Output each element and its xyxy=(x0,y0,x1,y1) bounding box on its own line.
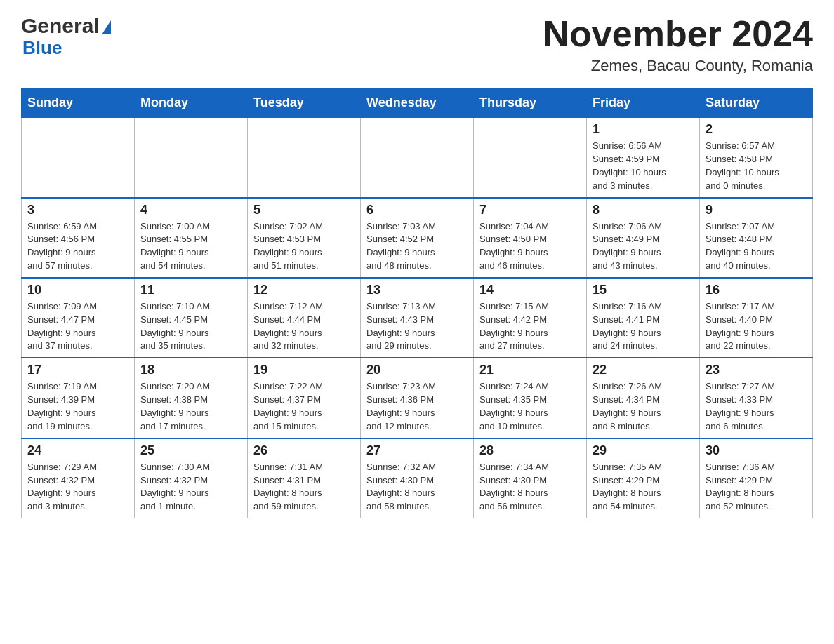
calendar-cell xyxy=(474,118,587,198)
day-number: 1 xyxy=(593,122,694,137)
calendar-cell: 20Sunrise: 7:23 AM Sunset: 4:36 PM Dayli… xyxy=(361,358,474,438)
calendar-cell: 26Sunrise: 7:31 AM Sunset: 4:31 PM Dayli… xyxy=(248,438,361,518)
day-number: 8 xyxy=(593,203,694,217)
day-number: 7 xyxy=(479,203,581,217)
day-info: Sunrise: 7:04 AM Sunset: 4:50 PM Dayligh… xyxy=(479,220,581,273)
calendar-cell: 15Sunrise: 7:16 AM Sunset: 4:41 PM Dayli… xyxy=(587,278,700,358)
calendar-table: SundayMondayTuesdayWednesdayThursdayFrid… xyxy=(21,88,813,518)
month-title: November 2024 xyxy=(543,14,813,54)
day-info: Sunrise: 7:00 AM Sunset: 4:55 PM Dayligh… xyxy=(140,220,241,273)
day-info: Sunrise: 7:27 AM Sunset: 4:33 PM Dayligh… xyxy=(706,380,807,433)
calendar-cell: 17Sunrise: 7:19 AM Sunset: 4:39 PM Dayli… xyxy=(22,358,135,438)
calendar-cell xyxy=(248,118,361,198)
day-number: 5 xyxy=(253,203,355,217)
day-number: 21 xyxy=(479,363,581,377)
day-info: Sunrise: 7:36 AM Sunset: 4:29 PM Dayligh… xyxy=(706,461,807,514)
calendar-cell: 24Sunrise: 7:29 AM Sunset: 4:32 PM Dayli… xyxy=(22,438,135,518)
calendar-cell: 28Sunrise: 7:34 AM Sunset: 4:30 PM Dayli… xyxy=(474,438,587,518)
calendar-header-wednesday: Wednesday xyxy=(361,88,474,118)
day-number: 23 xyxy=(706,363,807,377)
day-number: 24 xyxy=(27,443,128,458)
calendar-cell: 5Sunrise: 7:02 AM Sunset: 4:53 PM Daylig… xyxy=(248,198,361,278)
calendar-cell: 10Sunrise: 7:09 AM Sunset: 4:47 PM Dayli… xyxy=(22,278,135,358)
day-number: 11 xyxy=(140,283,241,297)
day-number: 29 xyxy=(593,443,694,458)
day-info: Sunrise: 7:26 AM Sunset: 4:34 PM Dayligh… xyxy=(593,380,694,433)
calendar-cell: 3Sunrise: 6:59 AM Sunset: 4:56 PM Daylig… xyxy=(22,198,135,278)
day-number: 3 xyxy=(27,203,128,217)
calendar-cell: 13Sunrise: 7:13 AM Sunset: 4:43 PM Dayli… xyxy=(361,278,474,358)
calendar-cell: 4Sunrise: 7:00 AM Sunset: 4:55 PM Daylig… xyxy=(135,198,248,278)
day-number: 30 xyxy=(706,443,807,458)
day-info: Sunrise: 7:13 AM Sunset: 4:43 PM Dayligh… xyxy=(366,300,468,353)
calendar-header-sunday: Sunday xyxy=(22,88,135,118)
day-info: Sunrise: 7:19 AM Sunset: 4:39 PM Dayligh… xyxy=(27,380,128,433)
calendar-cell: 22Sunrise: 7:26 AM Sunset: 4:34 PM Dayli… xyxy=(587,358,700,438)
calendar-header-row: SundayMondayTuesdayWednesdayThursdayFrid… xyxy=(22,88,813,118)
logo-blue: Blue xyxy=(22,38,62,58)
calendar-header-saturday: Saturday xyxy=(700,88,813,118)
day-number: 27 xyxy=(366,443,468,458)
day-info: Sunrise: 7:24 AM Sunset: 4:35 PM Dayligh… xyxy=(479,380,581,433)
day-number: 16 xyxy=(706,283,807,297)
location-title: Zemes, Bacau County, Romania xyxy=(543,57,813,75)
day-info: Sunrise: 7:06 AM Sunset: 4:49 PM Dayligh… xyxy=(593,220,694,273)
calendar-cell: 18Sunrise: 7:20 AM Sunset: 4:38 PM Dayli… xyxy=(135,358,248,438)
day-number: 6 xyxy=(366,203,468,217)
day-info: Sunrise: 7:03 AM Sunset: 4:52 PM Dayligh… xyxy=(366,220,468,273)
calendar-cell: 11Sunrise: 7:10 AM Sunset: 4:45 PM Dayli… xyxy=(135,278,248,358)
calendar-cell xyxy=(135,118,248,198)
day-info: Sunrise: 7:17 AM Sunset: 4:40 PM Dayligh… xyxy=(706,300,807,353)
calendar-header-monday: Monday xyxy=(135,88,248,118)
calendar-cell: 12Sunrise: 7:12 AM Sunset: 4:44 PM Dayli… xyxy=(248,278,361,358)
day-number: 20 xyxy=(366,363,468,377)
day-number: 14 xyxy=(479,283,581,297)
day-info: Sunrise: 7:22 AM Sunset: 4:37 PM Dayligh… xyxy=(253,380,355,433)
day-number: 12 xyxy=(253,283,355,297)
day-info: Sunrise: 7:09 AM Sunset: 4:47 PM Dayligh… xyxy=(27,300,128,353)
day-info: Sunrise: 7:10 AM Sunset: 4:45 PM Dayligh… xyxy=(140,300,241,353)
calendar-cell: 7Sunrise: 7:04 AM Sunset: 4:50 PM Daylig… xyxy=(474,198,587,278)
calendar-cell: 19Sunrise: 7:22 AM Sunset: 4:37 PM Dayli… xyxy=(248,358,361,438)
day-info: Sunrise: 6:59 AM Sunset: 4:56 PM Dayligh… xyxy=(27,220,128,273)
calendar-week-row: 17Sunrise: 7:19 AM Sunset: 4:39 PM Dayli… xyxy=(22,358,813,438)
title-area: November 2024 Zemes, Bacau County, Roman… xyxy=(543,14,813,75)
calendar-week-row: 24Sunrise: 7:29 AM Sunset: 4:32 PM Dayli… xyxy=(22,438,813,518)
logo-triangle-icon xyxy=(102,20,111,34)
day-number: 22 xyxy=(593,363,694,377)
calendar-header-friday: Friday xyxy=(587,88,700,118)
day-info: Sunrise: 7:20 AM Sunset: 4:38 PM Dayligh… xyxy=(140,380,241,433)
calendar-week-row: 10Sunrise: 7:09 AM Sunset: 4:47 PM Dayli… xyxy=(22,278,813,358)
calendar-header-tuesday: Tuesday xyxy=(248,88,361,118)
day-number: 25 xyxy=(140,443,241,458)
day-number: 13 xyxy=(366,283,468,297)
day-info: Sunrise: 7:34 AM Sunset: 4:30 PM Dayligh… xyxy=(479,461,581,514)
day-info: Sunrise: 7:12 AM Sunset: 4:44 PM Dayligh… xyxy=(253,300,355,353)
day-info: Sunrise: 7:31 AM Sunset: 4:31 PM Dayligh… xyxy=(253,461,355,514)
calendar-cell: 8Sunrise: 7:06 AM Sunset: 4:49 PM Daylig… xyxy=(587,198,700,278)
calendar-cell: 27Sunrise: 7:32 AM Sunset: 4:30 PM Dayli… xyxy=(361,438,474,518)
calendar-cell: 2Sunrise: 6:57 AM Sunset: 4:58 PM Daylig… xyxy=(700,118,813,198)
day-info: Sunrise: 7:29 AM Sunset: 4:32 PM Dayligh… xyxy=(27,461,128,514)
day-number: 2 xyxy=(706,122,807,137)
calendar-cell: 21Sunrise: 7:24 AM Sunset: 4:35 PM Dayli… xyxy=(474,358,587,438)
day-info: Sunrise: 7:15 AM Sunset: 4:42 PM Dayligh… xyxy=(479,300,581,353)
day-number: 10 xyxy=(27,283,128,297)
calendar-cell: 6Sunrise: 7:03 AM Sunset: 4:52 PM Daylig… xyxy=(361,198,474,278)
day-number: 26 xyxy=(253,443,355,458)
calendar-cell: 9Sunrise: 7:07 AM Sunset: 4:48 PM Daylig… xyxy=(700,198,813,278)
calendar-cell: 25Sunrise: 7:30 AM Sunset: 4:32 PM Dayli… xyxy=(135,438,248,518)
calendar-cell: 16Sunrise: 7:17 AM Sunset: 4:40 PM Dayli… xyxy=(700,278,813,358)
day-info: Sunrise: 7:30 AM Sunset: 4:32 PM Dayligh… xyxy=(140,461,241,514)
day-number: 17 xyxy=(27,363,128,377)
day-info: Sunrise: 7:07 AM Sunset: 4:48 PM Dayligh… xyxy=(706,220,807,273)
day-number: 28 xyxy=(479,443,581,458)
calendar-week-row: 1Sunrise: 6:56 AM Sunset: 4:59 PM Daylig… xyxy=(22,118,813,198)
day-number: 18 xyxy=(140,363,241,377)
logo-general: General xyxy=(21,14,100,38)
day-info: Sunrise: 6:56 AM Sunset: 4:59 PM Dayligh… xyxy=(593,140,694,192)
day-info: Sunrise: 6:57 AM Sunset: 4:58 PM Dayligh… xyxy=(706,140,807,192)
calendar-cell: 30Sunrise: 7:36 AM Sunset: 4:29 PM Dayli… xyxy=(700,438,813,518)
calendar-week-row: 3Sunrise: 6:59 AM Sunset: 4:56 PM Daylig… xyxy=(22,198,813,278)
calendar-cell xyxy=(361,118,474,198)
